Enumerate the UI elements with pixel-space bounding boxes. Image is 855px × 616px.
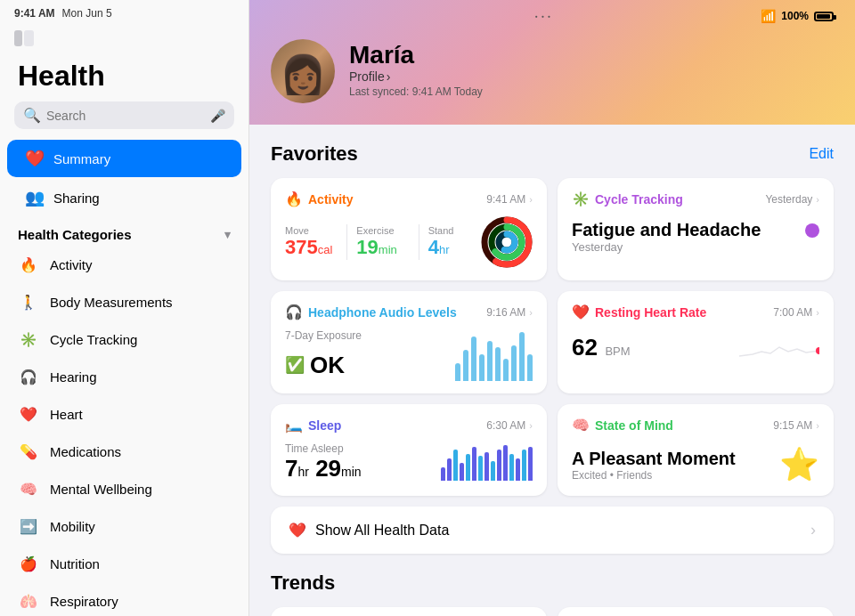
min-unit: min bbox=[341, 465, 362, 479]
move-stat: Move 375cal bbox=[285, 225, 338, 259]
headphone-chevron-icon: › bbox=[529, 307, 533, 318]
show-all-left: ❤️ Show All Health Data bbox=[289, 522, 449, 539]
nutrition-icon: 🍎 bbox=[18, 553, 39, 574]
sleep-card-icon: 🛏️ bbox=[285, 417, 303, 434]
svg-rect-1 bbox=[24, 30, 34, 46]
top-bar-main: ● ● ● 📶 100% bbox=[249, 9, 855, 23]
stand-value: 4hr bbox=[428, 236, 481, 259]
sidebar-item-heart[interactable]: ❤️ Heart bbox=[0, 395, 248, 433]
trends-header: Trends bbox=[271, 571, 834, 595]
sidebar-item-summary[interactable]: ❤️ Summary bbox=[7, 140, 241, 177]
sleep-bar-chart bbox=[441, 445, 533, 481]
profile-link-button[interactable]: Profile › bbox=[349, 69, 483, 84]
sleep-bar bbox=[497, 450, 501, 481]
exercise-unit: min bbox=[379, 243, 397, 256]
sleep-chevron-icon: › bbox=[529, 420, 533, 431]
sidebar-item-medications[interactable]: 💊 Medications bbox=[0, 433, 248, 470]
sidebar-summary-label: Summary bbox=[53, 151, 110, 166]
categories-header: Health Categories ▾ bbox=[0, 218, 248, 246]
search-input[interactable] bbox=[46, 109, 205, 123]
cycle-tracking-icon: ✳️ bbox=[18, 328, 39, 350]
cycle-card-header: ✳️ Cycle Tracking Yesterday › bbox=[572, 190, 819, 207]
cycle-content: Fatigue and Headache Yesterday bbox=[572, 216, 761, 254]
sidebar-item-mental-wellbeing[interactable]: 🧠 Mental Wellbeing bbox=[0, 470, 248, 507]
headphone-icon: 🎧 bbox=[285, 304, 303, 320]
sleep-bar bbox=[478, 456, 483, 481]
svg-point-8 bbox=[816, 347, 819, 354]
ok-row: ✅ OK bbox=[285, 352, 345, 379]
divider2 bbox=[419, 224, 419, 260]
sidebar-sharing-label: Sharing bbox=[53, 190, 100, 206]
heart-rate-card[interactable]: ❤️ Resting Heart Rate 7:00 AM › 62 BPM bbox=[558, 291, 834, 393]
sidebar-item-activity[interactable]: 🔥 Activity bbox=[0, 246, 248, 283]
exercise-stat: Exercise 19min bbox=[356, 225, 409, 259]
bar bbox=[487, 341, 493, 381]
sleep-bar bbox=[484, 452, 489, 481]
sleep-bar bbox=[522, 450, 526, 481]
headphone-card[interactable]: 🎧 Headphone Audio Levels 9:16 AM › 7-Day… bbox=[271, 291, 547, 393]
respiratory-icon: 🫁 bbox=[18, 590, 39, 612]
sidebar-toggle-button[interactable] bbox=[14, 30, 34, 49]
divider bbox=[346, 224, 347, 260]
activity-card-title: Activity bbox=[308, 192, 354, 207]
cycle-tracking-card[interactable]: ✳️ Cycle Tracking Yesterday › Fatigue an… bbox=[558, 178, 834, 280]
mind-card-time: 9:15 AM › bbox=[773, 419, 819, 432]
search-icon: 🔍 bbox=[23, 107, 41, 124]
activity-chevron-icon: › bbox=[529, 194, 533, 205]
bpm-display: 62 BPM bbox=[572, 334, 631, 361]
bar bbox=[463, 350, 468, 381]
search-bar[interactable]: 🔍 🎤 bbox=[14, 101, 234, 129]
cycle-chevron-icon: › bbox=[816, 194, 819, 205]
sidebar-item-body-measurements[interactable]: 🚶 Body Measurements bbox=[0, 283, 248, 320]
sleep-bar bbox=[447, 458, 452, 481]
hearing-label: Hearing bbox=[50, 369, 97, 385]
exercise-minutes-trend[interactable]: 🔥 Exercise Minutes › bbox=[271, 607, 547, 616]
sidebar-item-sharing[interactable]: 👥 Sharing bbox=[7, 179, 241, 216]
ellipsis-menu[interactable]: ● ● ● bbox=[535, 13, 550, 19]
stand-stat: Stand 4hr bbox=[428, 225, 481, 259]
move-value: 375cal bbox=[285, 236, 338, 259]
cycle-dot bbox=[805, 223, 819, 238]
body-measurements-icon: 🚶 bbox=[18, 291, 39, 312]
activity-card[interactable]: 🔥 Activity 9:41 AM › Move 375cal bbox=[271, 178, 547, 280]
sleep-bar bbox=[509, 454, 514, 481]
heart-label: Heart bbox=[50, 407, 83, 422]
mind-detail: Excited • Friends bbox=[572, 469, 736, 482]
sleep-time-display: 7hr 29min bbox=[285, 455, 362, 482]
ok-text: OK bbox=[310, 352, 345, 379]
walking-heart-rate-trend[interactable]: ❤️ Walking Heart Rate Average › bbox=[558, 607, 834, 616]
sidebar-item-nutrition[interactable]: 🍎 Nutrition bbox=[0, 545, 248, 582]
microphone-icon[interactable]: 🎤 bbox=[210, 109, 225, 123]
chevron-down-icon[interactable]: ▾ bbox=[224, 228, 231, 241]
sleep-card[interactable]: 🛏️ Sleep 6:30 AM › Time Asleep 7hr 29min bbox=[271, 404, 547, 496]
cycle-symptom: Fatigue and Headache bbox=[572, 220, 761, 240]
dot3: ● bbox=[548, 13, 550, 19]
state-of-mind-card[interactable]: 🧠 State of Mind 9:15 AM › A Pleasant Mom… bbox=[558, 404, 834, 496]
sidebar-item-cycle-tracking[interactable]: ✳️ Cycle Tracking bbox=[0, 320, 248, 358]
cycle-card-title: Cycle Tracking bbox=[595, 192, 683, 207]
sleep-card-title: Sleep bbox=[308, 418, 341, 433]
mind-content: A Pleasant Moment Excited • Friends bbox=[572, 445, 736, 482]
sleep-card-header: 🛏️ Sleep 6:30 AM › bbox=[285, 417, 533, 434]
sleep-bar bbox=[472, 447, 476, 481]
mind-icon: 🧠 bbox=[572, 417, 590, 434]
heart-rate-title-row: ❤️ Resting Heart Rate bbox=[572, 304, 706, 320]
checkmark-icon: ✅ bbox=[285, 355, 305, 375]
bar bbox=[503, 359, 509, 381]
bar bbox=[511, 345, 517, 381]
trends-title: Trends bbox=[271, 571, 335, 595]
profile-header: ● ● ● 📶 100% 👩🏾 María Profile › Last syn… bbox=[249, 0, 855, 125]
bpm-unit: BPM bbox=[605, 344, 630, 358]
sidebar-item-hearing[interactable]: 🎧 Hearing bbox=[0, 358, 248, 395]
show-all-health-row[interactable]: ❤️ Show All Health Data › bbox=[271, 507, 834, 554]
mental-wellbeing-label: Mental Wellbeing bbox=[50, 482, 152, 497]
edit-button[interactable]: Edit bbox=[809, 146, 834, 162]
time-display: 9:41 AM bbox=[14, 7, 55, 20]
hr-unit: hr bbox=[297, 465, 308, 479]
main-content: ● ● ● 📶 100% 👩🏾 María Profile › Last syn… bbox=[249, 0, 855, 616]
mind-card-title: State of Mind bbox=[595, 418, 673, 433]
sidebar-item-respiratory[interactable]: 🫁 Respiratory bbox=[0, 582, 248, 616]
stand-label: Stand bbox=[428, 225, 481, 236]
sharing-icon: 👥 bbox=[25, 188, 45, 207]
sidebar-item-mobility[interactable]: ➡️ Mobility bbox=[0, 507, 248, 545]
